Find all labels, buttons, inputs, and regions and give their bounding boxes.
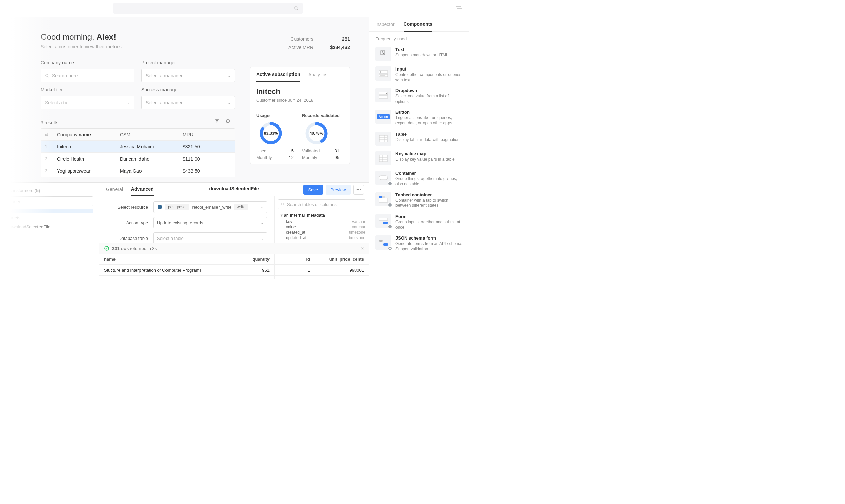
result-table: name quantity id unit_price_cents Stuctu… xyxy=(99,254,369,279)
results-table: id Company name CSM MRR 1InitechJessica … xyxy=(40,128,235,177)
search-icon xyxy=(281,202,285,206)
search-icon xyxy=(45,74,49,78)
resource-select[interactable]: postgresql retool_emailer_write write ⌄ xyxy=(153,201,268,213)
postgres-icon xyxy=(157,204,162,210)
tab-advanced[interactable]: Advanced xyxy=(131,182,154,196)
component-table[interactable]: TableDisplay tabular data with paginatio… xyxy=(369,129,469,148)
tab-general[interactable]: General xyxy=(106,182,123,196)
tab-components[interactable]: Components xyxy=(403,17,433,32)
json-icon: JSON xyxy=(378,239,389,246)
preview-button[interactable]: Preview xyxy=(326,184,350,195)
svg-line-5 xyxy=(48,76,49,77)
market-tier-label: Market tier xyxy=(40,87,63,92)
save-button[interactable]: Save xyxy=(303,184,323,195)
search-icon xyxy=(294,6,298,11)
dropdown-icon xyxy=(378,91,389,99)
market-tier-select[interactable]: Select a tier⌄ xyxy=(40,96,134,109)
table-icon xyxy=(379,134,388,143)
records-donut: 40.78% xyxy=(305,122,328,145)
svg-rect-37 xyxy=(383,222,388,224)
company-name-label: Company name xyxy=(40,60,74,66)
components-panel: Inspector Components Frequently used A T… xyxy=(369,17,469,279)
metrics-block: Customers281 Active MRR$284,432 xyxy=(282,36,350,53)
subscription-card: Active subscription Analytics Initech Cu… xyxy=(250,67,350,164)
svg-rect-2 xyxy=(456,6,461,7)
chevron-down-icon: ⌄ xyxy=(261,236,264,240)
sidebar-item[interactable]: downloadSelectedFile xyxy=(6,222,93,231)
success-icon xyxy=(104,246,109,251)
svg-rect-35 xyxy=(382,196,385,198)
query-editor-pane: Transformers (5) query sheets downloadSe… xyxy=(0,182,369,279)
customer-since: Customer since Jun 24, 2018 xyxy=(256,97,343,103)
company-name-input[interactable]: Search here xyxy=(40,69,134,82)
svg-text:JSON: JSON xyxy=(379,240,383,242)
filter-icon[interactable] xyxy=(215,119,220,124)
svg-point-10 xyxy=(282,203,284,205)
svg-rect-32 xyxy=(379,176,388,180)
tab-inspector[interactable]: Inspector xyxy=(375,17,395,32)
svg-rect-33 xyxy=(379,198,388,202)
refresh-icon[interactable] xyxy=(226,119,230,124)
chevron-down-icon: ⌄ xyxy=(228,74,231,78)
result-row[interactable]: Stucture and Interpretation of Computer … xyxy=(99,265,369,276)
table-row[interactable]: 3Yogi sportswearMaya Gao$438.50 xyxy=(41,165,235,177)
transformer-search[interactable]: query xyxy=(6,196,93,206)
schema-search[interactable]: Search tables or columns xyxy=(278,199,365,210)
customer-name: Initech xyxy=(256,87,343,96)
table-row[interactable]: 2Circle HealthDuncan Idaho$111.00 xyxy=(41,153,235,165)
form-icon xyxy=(378,217,389,225)
results-count: 3 results xyxy=(40,120,58,126)
query-title: downloadSelectedFile xyxy=(209,186,259,191)
button-icon: Action xyxy=(377,114,390,120)
sidebar-item[interactable]: sheets xyxy=(6,213,93,222)
database-table-select[interactable]: Select a table⌄ xyxy=(153,232,268,244)
usage-donut: 83.33% xyxy=(259,122,283,145)
project-manager-select[interactable]: Select a manager⌄ xyxy=(141,69,235,82)
container-icon xyxy=(378,175,389,181)
chevron-down-icon: ⌄ xyxy=(261,221,264,225)
tab-analytics[interactable]: Analytics xyxy=(308,67,327,82)
sidebar-item[interactable] xyxy=(6,209,93,213)
svg-rect-36 xyxy=(379,218,388,220)
component-kvmap[interactable]: Key value mapDisplay key value pairs in … xyxy=(369,148,469,168)
svg-line-11 xyxy=(284,205,285,206)
query-status: 231 rows returned in 3s × xyxy=(99,242,369,254)
svg-line-1 xyxy=(297,9,298,10)
schema-table[interactable]: ▾ar_internal_metadata xyxy=(281,213,365,218)
sidebar-item[interactable]: e xyxy=(6,231,93,240)
component-form[interactable]: + FormGroup inputs together and submit a… xyxy=(369,211,469,233)
project-manager-label: Project manager xyxy=(141,60,176,66)
greeting-subtitle: Select a customer to view their metrics. xyxy=(40,44,123,49)
component-json-form[interactable]: JSON+ JSON schema formGenerate forms fro… xyxy=(369,233,469,254)
close-icon[interactable]: × xyxy=(361,245,364,251)
component-input[interactable]: InputControl other components or queries… xyxy=(369,64,469,85)
component-container[interactable]: + ContainerGroup things together into gr… xyxy=(369,168,469,190)
svg-point-4 xyxy=(46,74,48,76)
greeting: Good morning, Alex! xyxy=(40,32,116,42)
action-type-select[interactable]: Update existing records⌄ xyxy=(153,217,268,228)
component-tabbed-container[interactable]: + Tabbed containerContainer with a tab t… xyxy=(369,190,469,211)
svg-rect-3 xyxy=(457,8,462,9)
kvmap-icon xyxy=(379,154,388,162)
table-row[interactable]: 1InitechJessica Mohaim$321.50 xyxy=(41,141,235,153)
success-manager-select[interactable]: Select a manager⌄ xyxy=(141,96,235,109)
svg-rect-28 xyxy=(379,155,387,162)
component-dropdown[interactable]: DropdownSelect one value from a list of … xyxy=(369,85,469,107)
svg-rect-40 xyxy=(383,243,388,246)
tabbed-icon xyxy=(378,196,389,203)
input-icon xyxy=(378,70,389,77)
component-text[interactable]: A TextSupports markdown or HTML. xyxy=(369,44,469,64)
menu-icon[interactable] xyxy=(456,5,462,12)
section-header: Frequently used xyxy=(369,32,469,44)
chevron-down-icon: ⌄ xyxy=(228,101,231,105)
tab-active-subscription[interactable]: Active subscription xyxy=(256,67,300,82)
svg-rect-22 xyxy=(379,96,388,98)
global-search-input[interactable] xyxy=(114,3,303,14)
more-button[interactable]: ••• xyxy=(353,184,364,195)
svg-point-0 xyxy=(294,7,297,10)
chevron-down-icon: ⌄ xyxy=(127,101,130,105)
svg-rect-23 xyxy=(379,135,387,142)
svg-rect-21 xyxy=(379,92,388,95)
chevron-down-icon: ⌄ xyxy=(261,205,264,210)
component-button[interactable]: Action ButtonTrigger actions like run qu… xyxy=(369,107,469,128)
